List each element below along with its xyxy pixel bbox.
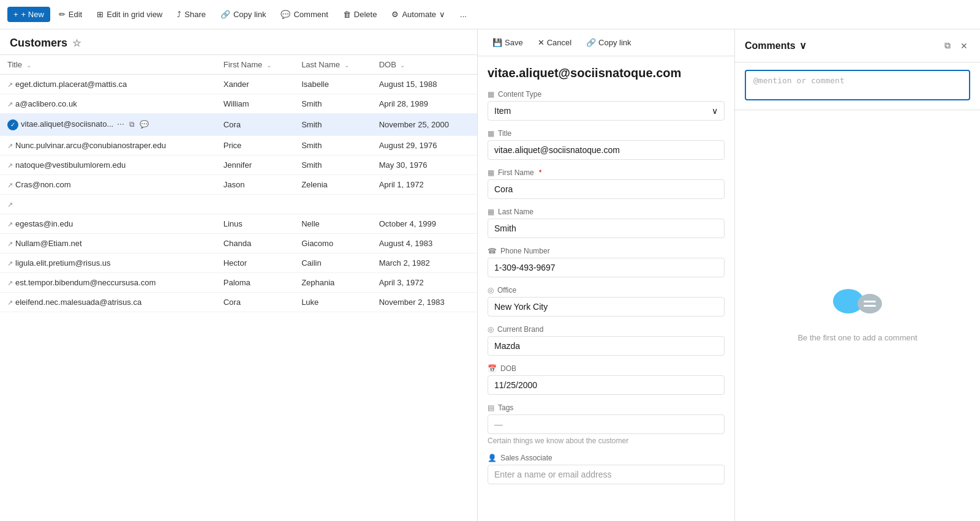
- cell-last-name: Isabelle: [294, 75, 372, 94]
- title-field-icon: ▦: [488, 129, 494, 138]
- phone-value[interactable]: 1-309-493-9697: [488, 258, 725, 277]
- detail-save-button[interactable]: 💾 Save: [488, 36, 528, 50]
- tags-value[interactable]: —: [488, 414, 725, 434]
- table-row[interactable]: ↗Cras@non.comJasonZeleniaApril 1, 1972: [0, 174, 477, 194]
- cell-title: ↗: [0, 194, 216, 214]
- link-icon-detail: 🔗: [586, 38, 596, 47]
- comment-button[interactable]: 💬 Comment: [274, 7, 334, 22]
- sales-associate-input[interactable]: Enter a name or email address: [488, 465, 725, 484]
- row-copy-btn[interactable]: ⧉: [128, 119, 136, 130]
- table-row[interactable]: ↗a@aclibero.co.ukWilliamSmithApril 28, 1…: [0, 94, 477, 114]
- table-row[interactable]: ↗Nullam@Etiam.netChandaGiacomoAugust 4, …: [0, 233, 477, 253]
- table-row[interactable]: ↗egestas@in.eduLinusNelleOctober 4, 1999: [0, 214, 477, 233]
- brand-icon: ◎: [488, 325, 494, 334]
- cell-dob: [372, 194, 477, 214]
- row-link-icon: ↗: [7, 201, 13, 208]
- table-row[interactable]: ↗eget.dictum.placerat@mattis.caXanderIsa…: [0, 75, 477, 94]
- automate-button[interactable]: ⚙ Automate ∨: [385, 7, 451, 22]
- table-body: ↗eget.dictum.placerat@mattis.caXanderIsa…: [0, 75, 477, 312]
- favorite-icon[interactable]: ☆: [72, 37, 81, 49]
- cell-first-name: Xander: [216, 75, 294, 94]
- field-title: ▦ Title vitae.aliquet@sociisnatoque.com: [488, 129, 725, 160]
- cell-first-name: Hector: [216, 253, 294, 272]
- cell-dob: August 15, 1988: [372, 75, 477, 94]
- office-value[interactable]: New York City: [488, 297, 725, 317]
- comments-header: Comments ∨ ⧉ ✕: [735, 29, 980, 62]
- customers-table: Title ⌄ First Name ⌄ Last Name ⌄: [0, 55, 477, 312]
- save-icon: 💾: [492, 38, 502, 47]
- cell-dob: August 4, 1983: [372, 233, 477, 253]
- first-name-value[interactable]: Cora: [488, 179, 725, 199]
- detail-cancel-button[interactable]: ✕ Cancel: [533, 36, 576, 50]
- row-link-icon: ↗: [7, 299, 13, 306]
- main-toolbar: + + New ✏ Edit ⊞ Edit in grid view ⤴ Sha…: [0, 0, 980, 29]
- bubble-gray: [858, 294, 882, 313]
- cell-last-name: Luke: [294, 292, 372, 312]
- table-row[interactable]: ↗natoque@vestibulumlorem.eduJenniferSmit…: [0, 155, 477, 174]
- table-row[interactable]: ✓vitae.aliquet@sociisnato...⋯⧉💬CoraSmith…: [0, 114, 477, 136]
- share-button[interactable]: ⤴ Share: [171, 7, 212, 22]
- table-row[interactable]: ↗: [0, 194, 477, 214]
- cell-first-name: Jennifer: [216, 155, 294, 174]
- cell-last-name: Cailin: [294, 253, 372, 272]
- cell-dob: November 2, 1983: [372, 292, 477, 312]
- phone-icon: ☎: [488, 247, 497, 255]
- delete-button[interactable]: 🗑 Delete: [337, 7, 383, 22]
- cell-last-name: Zelenia: [294, 174, 372, 194]
- field-office-label: ◎ Office: [488, 286, 725, 294]
- comments-panel: Comments ∨ ⧉ ✕: [735, 29, 980, 521]
- cell-last-name: [294, 194, 372, 214]
- title-value[interactable]: vitae.aliquet@sociisnatoque.com: [488, 140, 725, 160]
- cell-last-name: Smith: [294, 135, 372, 155]
- detail-copy-link-button[interactable]: 🔗 Copy link: [581, 36, 636, 50]
- more-button[interactable]: ...: [454, 7, 473, 22]
- edit-grid-button[interactable]: ⊞ Edit in grid view: [91, 7, 168, 22]
- edit-button[interactable]: ✏ Edit: [53, 7, 88, 22]
- expand-button[interactable]: ⧉: [942, 38, 953, 53]
- cell-first-name: Cora: [216, 292, 294, 312]
- cell-title: ↗egestas@in.edu: [0, 214, 216, 233]
- cell-first-name: [216, 194, 294, 214]
- cell-dob: April 28, 1989: [372, 94, 477, 114]
- comment-input[interactable]: [745, 70, 970, 100]
- row-link-icon: ↗: [7, 181, 13, 189]
- share-icon: ⤴: [177, 10, 181, 19]
- cell-last-name: Smith: [294, 155, 372, 174]
- chevron-down-icon: ∨: [712, 106, 718, 116]
- field-sales-associate: 👤 Sales Associate Enter a name or email …: [488, 454, 725, 484]
- comments-empty-state: Be the first one to add a comment: [735, 110, 980, 521]
- row-comment-btn[interactable]: 💬: [138, 119, 150, 130]
- table-row[interactable]: ↗Nunc.pulvinar.arcu@conubianostraper.edu…: [0, 135, 477, 155]
- row-more-btn[interactable]: ⋯: [116, 119, 126, 130]
- cell-dob: March 2, 1982: [372, 253, 477, 272]
- new-button[interactable]: + + New: [7, 7, 50, 22]
- calendar-icon: 📅: [488, 364, 497, 373]
- cell-first-name: Price: [216, 135, 294, 155]
- cell-title: ↗eget.dictum.placerat@mattis.ca: [0, 75, 216, 94]
- col-dob[interactable]: DOB ⌄: [372, 55, 477, 75]
- cell-first-name: Cora: [216, 114, 294, 136]
- col-title[interactable]: Title ⌄: [0, 55, 216, 75]
- chevron-down-icon-comments[interactable]: ∨: [799, 40, 807, 51]
- cell-dob: April 1, 1972: [372, 174, 477, 194]
- col-last-name[interactable]: Last Name ⌄: [294, 55, 372, 75]
- list-header: Customers ☆: [0, 29, 477, 55]
- table-row[interactable]: ↗est.tempor.bibendum@neccursusa.comPalom…: [0, 272, 477, 292]
- table-row[interactable]: ↗eleifend.nec.malesuada@atrisus.caCoraLu…: [0, 292, 477, 312]
- field-phone-label: ☎ Phone Number: [488, 247, 725, 255]
- col-first-name[interactable]: First Name ⌄: [216, 55, 294, 75]
- cell-title: ↗natoque@vestibulumlorem.edu: [0, 155, 216, 174]
- close-button[interactable]: ✕: [958, 38, 970, 53]
- brand-value[interactable]: Mazda: [488, 336, 725, 356]
- dob-value[interactable]: 11/25/2000: [488, 375, 725, 395]
- table-row[interactable]: ↗ligula.elit.pretium@risus.usHectorCaili…: [0, 253, 477, 272]
- first-name-icon: ▦: [488, 168, 494, 177]
- row-link-icon: ↗: [7, 162, 13, 169]
- field-content-type: ▦ Content Type Item ∨: [488, 90, 725, 121]
- field-phone: ☎ Phone Number 1-309-493-9697: [488, 247, 725, 277]
- cell-first-name: Jason: [216, 174, 294, 194]
- copy-link-button[interactable]: 🔗 Copy link: [214, 7, 272, 22]
- content-type-value[interactable]: Item ∨: [488, 101, 725, 121]
- last-name-value[interactable]: Smith: [488, 219, 725, 238]
- main-content: Customers ☆ Title ⌄ First Name: [0, 29, 980, 521]
